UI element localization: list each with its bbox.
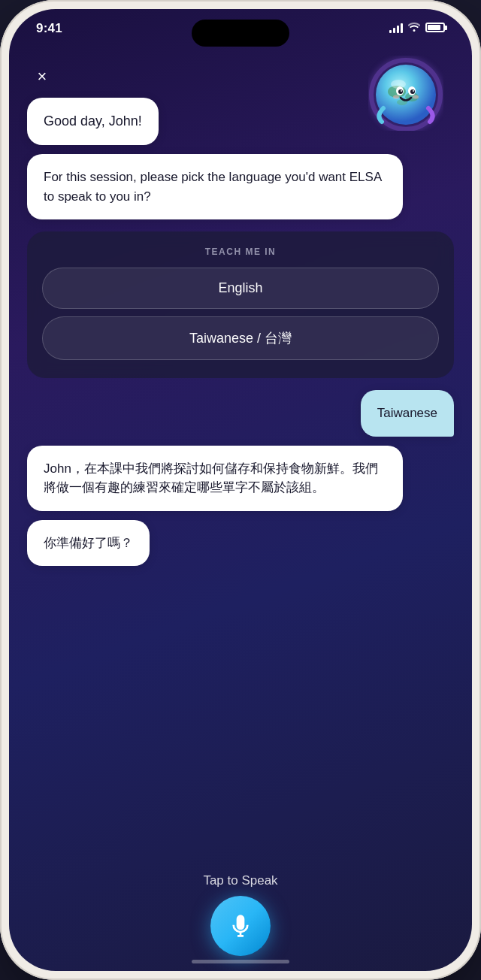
battery-icon (425, 23, 445, 32)
bot-response-text: John，在本課中我們將探討如何儲存和保持食物新鮮。我們將做一個有趣的練習來確定… (44, 461, 378, 495)
prompt-bubble: For this session, please pick the langua… (27, 154, 403, 219)
close-button[interactable]: × (27, 62, 57, 92)
mic-icon (228, 914, 253, 938)
mic-button[interactable] (210, 896, 271, 956)
chat-content: × Good day, John! For this session, plea… (9, 54, 472, 971)
english-option[interactable]: English (42, 268, 439, 309)
dynamic-island (192, 20, 289, 47)
user-reply-row: Taiwanese (27, 390, 454, 437)
phone-screen: 9:41 (9, 9, 472, 971)
language-card: TEACH ME IN English Taiwanese / 台灣 (27, 231, 454, 378)
taiwanese-option[interactable]: Taiwanese / 台灣 (42, 316, 439, 360)
prompt-text: For this session, please pick the langua… (44, 170, 381, 204)
status-icons (389, 21, 445, 34)
english-option-label: English (218, 280, 262, 295)
greeting-text: Good day, John! (44, 113, 142, 129)
followup-bubble: 你準備好了嗎？ (27, 520, 150, 567)
user-reply-bubble: Taiwanese (361, 390, 454, 437)
taiwanese-option-label: Taiwanese / 台灣 (189, 331, 292, 346)
wifi-icon (408, 21, 420, 34)
user-reply-text: Taiwanese (377, 406, 437, 420)
teach-me-label: TEACH ME IN (42, 247, 439, 257)
close-icon: × (38, 68, 47, 85)
home-indicator (192, 960, 289, 963)
phone-shell: 9:41 (0, 0, 481, 980)
greeting-bubble: Good day, John! (27, 98, 159, 145)
signal-icon (389, 23, 403, 33)
bottom-area: Tap to Speak (9, 873, 472, 956)
chat-messages: Good day, John! For this session, please… (27, 98, 454, 686)
bot-response-bubble: John，在本課中我們將探討如何儲存和保持食物新鮮。我們將做一個有趣的練習來確定… (27, 446, 403, 511)
followup-text: 你準備好了嗎？ (44, 536, 133, 550)
tap-to-speak-label: Tap to Speak (203, 873, 277, 888)
status-time: 9:41 (36, 21, 62, 36)
